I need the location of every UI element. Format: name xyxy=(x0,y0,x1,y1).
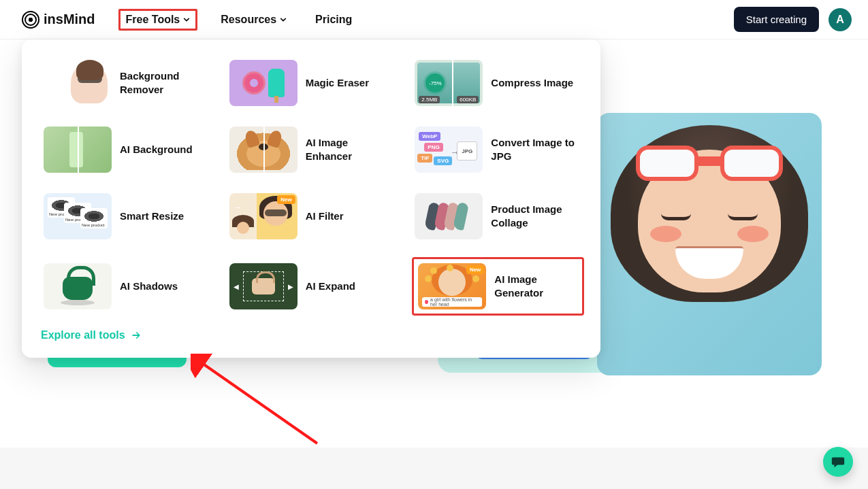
gen-prompt-preview: a girl with flowers in her head xyxy=(422,297,482,307)
tool-thumb: New a girl with flowers in her head xyxy=(418,263,486,309)
arrow-right-icon xyxy=(131,330,142,341)
footer-strip xyxy=(0,448,868,489)
file-target: JPG xyxy=(457,141,477,161)
record-icon xyxy=(425,300,428,304)
tool-smart-resize[interactable]: New product New product New product Smar… xyxy=(41,190,213,242)
file-chip: PNG xyxy=(424,143,443,152)
chat-icon xyxy=(831,454,846,469)
tool-product-image-collage[interactable]: Product Image Collage xyxy=(412,190,584,242)
nav-pricing-label: Pricing xyxy=(315,14,352,26)
arrow-left-icon: ◀ xyxy=(234,283,239,290)
tool-thumb xyxy=(229,127,298,173)
brand-name: insMind xyxy=(44,12,95,27)
annotation-arrow xyxy=(191,354,327,449)
arrow-right-icon: → xyxy=(234,203,242,212)
tool-thumb xyxy=(229,60,298,106)
tool-label: Smart Resize xyxy=(120,209,184,223)
tool-thumb xyxy=(44,60,112,106)
file-chip: WebP xyxy=(419,132,440,141)
tool-ai-filter[interactable]: New → AI Filter xyxy=(227,190,399,242)
compress-percent: -75% xyxy=(425,73,445,92)
file-chip: SVG xyxy=(434,156,452,165)
compress-size-before: 2.5MB xyxy=(419,96,440,103)
tool-ai-image-generator[interactable]: New a girl with flowers in her head AI I… xyxy=(412,257,584,316)
tool-magic-eraser[interactable]: Magic Eraser xyxy=(227,57,399,109)
tool-ai-expand[interactable]: ◀ ▶ AI Expand xyxy=(227,257,399,316)
tool-label: AI Image Generator xyxy=(494,273,578,301)
tool-thumb xyxy=(44,127,112,173)
tool-ai-image-enhancer[interactable]: AI Image Enhancer xyxy=(227,124,399,175)
brand-logo[interactable]: insMind xyxy=(22,11,95,29)
explore-label: Explore all tools xyxy=(41,329,125,341)
tool-label: Background Remover xyxy=(120,69,210,97)
logo-icon xyxy=(22,11,39,29)
tool-label: Compress Image xyxy=(491,76,573,90)
svg-line-0 xyxy=(200,362,317,443)
tool-thumb: ◀ ▶ xyxy=(229,263,298,309)
avatar[interactable]: A xyxy=(829,8,852,31)
main-nav: Free Tools Resources Pricing xyxy=(118,9,358,31)
tool-label: Product Image Collage xyxy=(491,203,581,231)
chevron-down-icon xyxy=(183,16,190,23)
new-badge: New xyxy=(466,265,484,274)
tool-background-remover[interactable]: Background Remover xyxy=(41,57,213,109)
compress-size-after: 600KB xyxy=(457,96,479,103)
tool-compress-image[interactable]: -75% 2.5MB 600KB Compress Image xyxy=(412,57,584,109)
tool-label: AI Filter xyxy=(306,209,344,223)
tool-ai-shadows[interactable]: AI Shadows xyxy=(41,257,213,316)
tool-label: AI Image Enhancer xyxy=(306,136,396,164)
tool-label: Magic Eraser xyxy=(306,76,369,90)
main-header: insMind Free Tools Resources Pricing Sta… xyxy=(0,0,868,39)
tool-ai-background[interactable]: AI Background xyxy=(41,124,213,175)
explore-all-tools-link[interactable]: Explore all tools xyxy=(41,329,584,341)
tool-label: AI Background xyxy=(120,143,193,156)
tool-label: Convert Image to JPG xyxy=(491,136,581,164)
tool-thumb xyxy=(44,263,112,309)
nav-free-tools[interactable]: Free Tools xyxy=(118,9,198,31)
file-chip: TIF xyxy=(417,154,432,163)
tool-convert-image-to-jpg[interactable]: WebP PNG TIF SVG → JPG Convert Image to … xyxy=(412,124,584,175)
chevron-down-icon xyxy=(280,16,287,23)
tool-label: AI Expand xyxy=(306,280,355,293)
tool-thumb: New product New product New product xyxy=(44,193,112,239)
tool-thumb: -75% 2.5MB 600KB xyxy=(415,60,483,106)
nav-pricing[interactable]: Pricing xyxy=(310,10,357,30)
new-badge: New xyxy=(277,195,295,204)
tool-thumb xyxy=(415,193,483,239)
arrow-right-icon: ▶ xyxy=(288,283,293,290)
tool-thumb: New → xyxy=(229,193,298,239)
tool-label: AI Shadows xyxy=(120,280,178,293)
free-tools-dropdown: Background Remover Magic Eraser -75% 2.5… xyxy=(22,39,600,358)
tool-thumb: WebP PNG TIF SVG → JPG xyxy=(415,127,483,173)
start-creating-button[interactable]: Start creating xyxy=(734,7,819,32)
nav-resources-label: Resources xyxy=(221,14,276,26)
nav-resources[interactable]: Resources xyxy=(215,10,292,30)
hero-illustration xyxy=(597,113,822,375)
chat-widget-button[interactable] xyxy=(823,447,853,477)
header-right: Start creating A xyxy=(734,7,852,32)
nav-free-tools-label: Free Tools xyxy=(126,14,180,26)
